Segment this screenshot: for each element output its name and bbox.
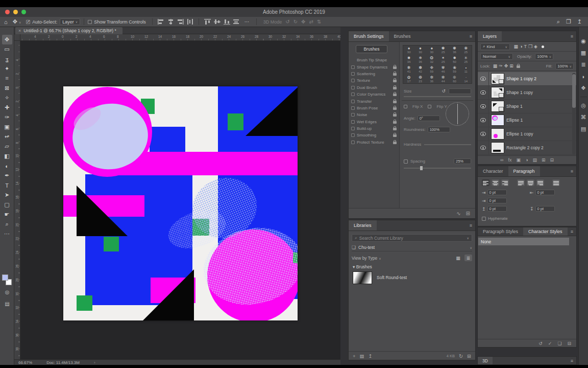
brush-preset[interactable]: ✺ 36 bbox=[449, 45, 460, 55]
lock-icon[interactable] bbox=[393, 128, 397, 130]
lock-icon[interactable] bbox=[393, 134, 397, 137]
tab-libraries[interactable]: Libraries bbox=[349, 220, 377, 231]
brush-option-row[interactable]: Texture bbox=[349, 77, 399, 84]
size-slider[interactable] bbox=[404, 96, 471, 97]
align-text-right-button[interactable] bbox=[501, 179, 509, 186]
panel-menu-icon[interactable]: ≡ bbox=[470, 34, 472, 39]
justify-all-button[interactable] bbox=[552, 179, 560, 186]
brush-preset[interactable]: ✼ 36 bbox=[426, 75, 437, 84]
align-vertical-centers-icon[interactable] bbox=[214, 19, 220, 25]
align-left-edges-icon[interactable] bbox=[158, 19, 164, 25]
rectangle-tool[interactable]: ▢ bbox=[2, 200, 12, 210]
swatches-panel-icon[interactable]: ▦ bbox=[579, 47, 588, 59]
lock-icon[interactable] bbox=[393, 107, 397, 110]
library-selector[interactable]: ❏ Chu-test ∨ bbox=[352, 244, 472, 251]
lasso-tool[interactable]: ʓ bbox=[2, 54, 12, 64]
layer-name[interactable]: Rectangle 2 copy 2 bbox=[506, 145, 544, 150]
hardness-slider[interactable] bbox=[424, 144, 471, 145]
spacing-slider[interactable] bbox=[404, 168, 471, 169]
brush-preset[interactable]: ✵ 36 bbox=[414, 55, 426, 65]
brush-preset[interactable]: ✶ 25 bbox=[437, 55, 449, 65]
brush-preset[interactable]: ● 30 bbox=[403, 45, 414, 55]
lock-icon[interactable] bbox=[393, 94, 397, 96]
auto-select-checkbox[interactable] bbox=[26, 20, 30, 24]
brush-option-checkbox[interactable] bbox=[351, 86, 355, 89]
brush-preset[interactable]: ✹ 36 bbox=[403, 55, 414, 65]
paths-panel-icon[interactable]: ⌘ bbox=[579, 111, 588, 123]
layer-name[interactable]: Ellipse 1 bbox=[506, 118, 523, 123]
dodge-tool[interactable]: ◐ bbox=[2, 161, 12, 171]
hyphenate-checkbox[interactable] bbox=[482, 217, 486, 221]
tab-character-styles[interactable]: Character Styles bbox=[523, 227, 568, 236]
library-asset[interactable]: Soft Round-test bbox=[353, 270, 471, 285]
brush-option-checkbox[interactable] bbox=[351, 79, 355, 82]
create-new-brush-icon[interactable]: ⊞ bbox=[466, 211, 470, 216]
roundness-field[interactable]: 100% bbox=[428, 127, 450, 132]
layer-row[interactable]: Ellipse 1 copy bbox=[478, 127, 576, 141]
layer-row[interactable]: Ellipse 1 bbox=[478, 113, 576, 127]
brush-option-row[interactable]: Color Dynamics bbox=[349, 91, 399, 98]
list-view-icon[interactable]: ≣ bbox=[464, 255, 472, 261]
lock-artboard-icon[interactable]: ⊞ bbox=[509, 63, 513, 68]
delete-layer-icon[interactable]: ⊟ bbox=[550, 157, 554, 163]
flip-y-checkbox[interactable] bbox=[428, 105, 431, 108]
layer-visibility-eye-icon[interactable] bbox=[480, 90, 486, 95]
rectangular-marquee-tool[interactable]: ▭ bbox=[2, 44, 12, 54]
grid-view-icon[interactable]: ▦ bbox=[454, 255, 462, 261]
size-field[interactable] bbox=[449, 88, 471, 94]
brush-option-row[interactable]: Dual Brush bbox=[349, 84, 399, 91]
brush-option-checkbox[interactable] bbox=[351, 141, 355, 144]
lock-position-icon[interactable]: ✥ bbox=[504, 63, 508, 68]
color-panel-icon[interactable]: ◉ bbox=[579, 35, 588, 47]
angle-field[interactable]: 0° bbox=[418, 116, 440, 121]
filter-smart-objects-icon[interactable]: ◈ bbox=[534, 44, 537, 49]
crop-tool[interactable]: ⌗ bbox=[2, 74, 12, 83]
layer-row[interactable]: Shape 1 bbox=[478, 100, 576, 113]
adjustments-panel-icon[interactable]: ≣ bbox=[579, 59, 588, 71]
eraser-tool[interactable]: ▱ bbox=[2, 142, 12, 151]
style-item-none[interactable]: None bbox=[478, 238, 569, 245]
brush-option-row[interactable]: Wet Edges bbox=[349, 119, 399, 125]
canvas-pasteboard[interactable] bbox=[20, 41, 340, 359]
link-layers-icon[interactable]: ∞ bbox=[500, 157, 503, 163]
properties-panel-icon[interactable]: ◎ bbox=[579, 100, 588, 111]
adjustment-layer-icon[interactable]: ◑ bbox=[525, 157, 528, 163]
brush-option-checkbox[interactable] bbox=[351, 113, 355, 117]
layer-name[interactable]: Shape 1 bbox=[506, 104, 523, 109]
first-line-indent-field[interactable]: 0 pt bbox=[487, 198, 507, 203]
frame-tool[interactable]: ⊠ bbox=[2, 83, 12, 93]
layer-name[interactable]: Shape 1 copy bbox=[506, 90, 533, 95]
align-top-edges-icon[interactable] bbox=[204, 19, 211, 25]
layer-thumbnail[interactable] bbox=[492, 101, 504, 111]
workspace-switcher-icon[interactable]: ❐ bbox=[566, 18, 571, 25]
brush-preset[interactable]: ✱ 25 bbox=[437, 45, 449, 55]
filter-shape-layers-icon[interactable]: ❒ bbox=[528, 44, 532, 49]
brush-option-checkbox[interactable] bbox=[351, 100, 355, 103]
lock-icon[interactable] bbox=[393, 142, 397, 144]
vertical-ruler[interactable]: 420246810121416182022242628303234363840 bbox=[14, 41, 20, 359]
pen-tool[interactable]: ✒ bbox=[2, 171, 12, 180]
brush-preset[interactable]: ● 30 bbox=[414, 45, 426, 55]
hand-tool[interactable]: ☛ bbox=[2, 210, 12, 219]
tab-brush-settings[interactable]: Brush Settings bbox=[349, 31, 389, 41]
justify-last-center-button[interactable] bbox=[527, 179, 534, 186]
layer-thumbnail[interactable] bbox=[492, 129, 504, 139]
brush-preset[interactable]: ❋ 25 bbox=[460, 45, 472, 55]
brush-preset[interactable]: • 11 bbox=[460, 65, 472, 75]
lock-icon[interactable] bbox=[393, 121, 397, 124]
current-tool-icon[interactable]: ✥∨ bbox=[13, 18, 21, 25]
brush-preset[interactable]: ✸ 50 bbox=[449, 55, 460, 65]
lock-icon[interactable] bbox=[393, 87, 397, 89]
search-icon[interactable]: ⌕ bbox=[557, 18, 560, 25]
space-after-field[interactable]: 0 pt bbox=[535, 206, 555, 212]
align-horizontal-centers-icon[interactable] bbox=[167, 19, 174, 25]
new-style-icon[interactable]: ❏ bbox=[557, 341, 561, 346]
zoom-level-field[interactable]: 66.67% bbox=[18, 360, 32, 365]
brush-preset[interactable]: ✻ 44 bbox=[437, 75, 449, 84]
more-align-options-icon[interactable]: ⋯ bbox=[244, 19, 250, 25]
layer-thumbnail[interactable] bbox=[492, 115, 504, 125]
brush-option-checkbox[interactable] bbox=[351, 133, 355, 137]
justify-last-right-button[interactable] bbox=[536, 179, 544, 186]
horizontal-ruler[interactable]: 420246810121416182022242628303234363840 bbox=[20, 34, 340, 41]
view-by-type-dropdown[interactable]: View by Type∨ bbox=[352, 256, 381, 261]
